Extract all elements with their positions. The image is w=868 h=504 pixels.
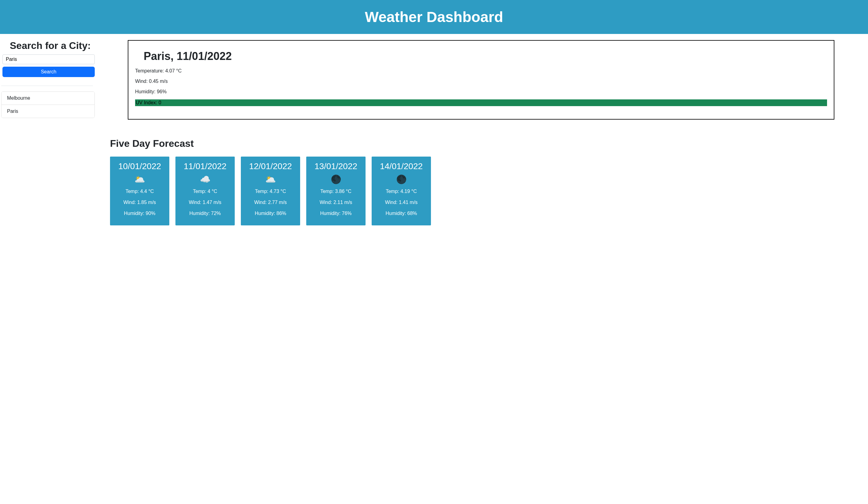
current-temperature: Temperature: 4.07 °C xyxy=(135,68,827,74)
forecast-date: 14/01/2022 xyxy=(375,161,428,171)
forecast-card: 11/01/2022 ☁️ Temp: 4 °C Wind: 1.47 m/s … xyxy=(175,157,235,225)
forecast-card: 12/01/2022 🌥️ Temp: 4.73 °C Wind: 2.77 m… xyxy=(241,157,300,225)
current-uv-index: UV Index: 0 xyxy=(135,99,827,106)
current-city-date: Paris, 11/01/2022 xyxy=(135,50,827,63)
forecast-date: 10/01/2022 xyxy=(113,161,166,171)
forecast-wind: Wind: 2.11 m/s xyxy=(309,200,362,205)
forecast-card: 10/01/2022 🌥️ Temp: 4.4 °C Wind: 1.85 m/… xyxy=(110,157,169,225)
forecast-card: 14/01/2022 🌑 Temp: 4.19 °C Wind: 1.41 m/… xyxy=(372,157,431,225)
forecast-card: 13/01/2022 🌑 Temp: 3.86 °C Wind: 2.11 m/… xyxy=(306,157,365,225)
current-weather-card: Paris, 11/01/2022 Temperature: 4.07 °C W… xyxy=(128,40,834,120)
forecast-humidity: Humidity: 90% xyxy=(113,211,166,216)
page-header: Weather Dashboard xyxy=(0,0,868,34)
forecast-row: 10/01/2022 🌥️ Temp: 4.4 °C Wind: 1.85 m/… xyxy=(110,157,859,225)
forecast-heading: Five Day Forecast xyxy=(110,138,859,149)
forecast-section: Five Day Forecast 10/01/2022 🌥️ Temp: 4.… xyxy=(110,138,859,225)
forecast-humidity: Humidity: 72% xyxy=(178,211,232,216)
forecast-date: 12/01/2022 xyxy=(244,161,297,171)
forecast-temp: Temp: 4.73 °C xyxy=(244,189,297,194)
forecast-date: 11/01/2022 xyxy=(178,161,232,171)
forecast-humidity: Humidity: 86% xyxy=(244,211,297,216)
search-button[interactable]: Search xyxy=(2,67,95,77)
sidebar: Search for a City: Search Melbourne Pari… xyxy=(0,40,95,225)
forecast-temp: Temp: 4.19 °C xyxy=(375,189,428,194)
page-title: Weather Dashboard xyxy=(0,9,868,26)
search-heading: Search for a City: xyxy=(1,40,95,51)
history-item[interactable]: Paris xyxy=(1,105,94,118)
forecast-temp: Temp: 4 °C xyxy=(178,189,232,194)
forecast-wind: Wind: 1.47 m/s xyxy=(178,200,232,205)
overcast-icon: 🌥️ xyxy=(244,174,297,184)
overcast-icon: 🌥️ xyxy=(113,174,166,184)
forecast-wind: Wind: 2.77 m/s xyxy=(244,200,297,205)
forecast-temp: Temp: 3.86 °C xyxy=(309,189,362,194)
search-history: Melbourne Paris xyxy=(1,91,95,118)
main-content: Paris, 11/01/2022 Temperature: 4.07 °C W… xyxy=(95,40,868,225)
current-wind: Wind: 0.45 m/s xyxy=(135,79,827,84)
history-item[interactable]: Melbourne xyxy=(1,92,94,105)
forecast-humidity: Humidity: 68% xyxy=(375,211,428,216)
forecast-temp: Temp: 4.4 °C xyxy=(113,189,166,194)
clear-night-icon: 🌑 xyxy=(309,174,362,184)
cloud-icon: ☁️ xyxy=(178,174,232,184)
clear-night-icon: 🌑 xyxy=(375,174,428,184)
current-humidity: Humidity: 96% xyxy=(135,89,827,94)
forecast-humidity: Humidity: 76% xyxy=(309,211,362,216)
forecast-date: 13/01/2022 xyxy=(309,161,362,171)
divider xyxy=(1,85,93,86)
forecast-wind: Wind: 1.85 m/s xyxy=(113,200,166,205)
forecast-wind: Wind: 1.41 m/s xyxy=(375,200,428,205)
city-search-input[interactable] xyxy=(2,54,95,64)
